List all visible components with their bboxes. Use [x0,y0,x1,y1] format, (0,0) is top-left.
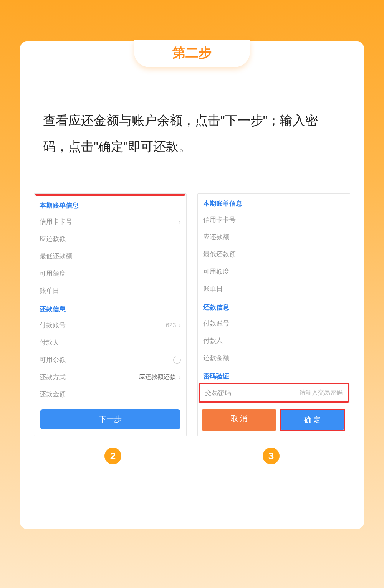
label-pay-account: 付款账号 [40,321,66,330]
label-min-due: 最低还款额 [40,252,72,261]
confirm-highlight: 确 定 [280,409,345,431]
cancel-button[interactable]: 取 消 [202,409,276,431]
row-payer: 付款人 [34,334,186,351]
step-card: 第二步 查看应还金额与账户余额，点击"下一步"；输入密码，点击"确定"即可还款。… [20,41,364,529]
button-row: 取 消 确 定 [198,403,350,436]
label-bill-date: 账单日 [203,284,223,293]
label-min-due: 最低还款额 [203,250,236,259]
value-pay-account: 623 [166,322,176,329]
row-pay-account[interactable]: 付款账号 623 › [34,317,186,334]
label-payer: 付款人 [203,336,223,345]
label-bill-date: 账单日 [40,286,59,295]
badge-3: 3 [263,448,280,464]
next-button[interactable]: 下一步 [40,409,180,429]
row-credit-limit: 可用额度 [198,263,350,280]
label-available-balance: 可用余额 [40,355,66,364]
screenshots-row: 为本人信用卡还款 为他人信用卡还款 本期账单信息 信用卡卡号 › 应还款额 最低… [20,160,364,436]
section-password-verify: 密码验证 [198,367,350,384]
label-pay-account: 付款账号 [203,319,229,328]
label-password: 交易密码 [205,388,231,397]
row-bill-date: 账单日 [34,282,186,299]
button-row: 下一步 [34,403,186,436]
confirm-button[interactable]: 确 定 [281,410,344,430]
row-payer: 付款人 [198,332,350,349]
label-repay-amount: 还款金额 [40,390,66,399]
row-available-balance: 可用余额 [34,351,186,368]
password-placeholder: 请输入交易密码 [300,389,343,397]
label-payer: 付款人 [40,338,59,347]
row-card-number[interactable]: 信用卡卡号 › [34,213,186,230]
phone-screenshot-3: 本期账单信息 信用卡卡号 应还款额 最低还款额 可用额度 账单日 还款信息 付款… [197,193,350,436]
section-repay-info: 还款信息 [198,297,350,315]
label-card-number: 信用卡卡号 [203,215,236,224]
row-min-due: 最低还款额 [198,246,350,263]
step-title-tab: 第二步 [134,40,250,67]
row-due-amount: 应还款额 [34,230,186,248]
row-min-due: 最低还款额 [34,248,186,265]
section-bill-info: 本期账单信息 [198,194,350,211]
chevron-right-icon: › [178,321,181,330]
row-repay-method[interactable]: 还款方式 应还款额还款 › [34,368,186,386]
refresh-icon[interactable] [172,355,182,365]
label-repay-method: 还款方式 [40,373,66,382]
row-card-number: 信用卡卡号 [198,211,350,228]
label-credit-limit: 可用额度 [203,267,229,276]
label-due-amount: 应还款额 [203,233,229,241]
value-repay-method: 应还款额还款 [139,373,176,381]
row-repay-amount: 还款金额 [198,349,350,367]
section-repay-info: 还款信息 [34,299,186,317]
label-card-number: 信用卡卡号 [40,217,72,226]
row-due-amount: 应还款额 [198,228,350,246]
section-bill-info: 本期账单信息 [34,196,186,213]
password-highlight: 交易密码 请输入交易密码 [199,383,349,403]
row-bill-date: 账单日 [198,280,350,297]
chevron-right-icon: › [178,373,181,382]
step-badges: 2 3 [20,436,364,464]
label-repay-amount: 还款金额 [203,353,229,362]
phone-screenshot-2: 为本人信用卡还款 为他人信用卡还款 本期账单信息 信用卡卡号 › 应还款额 最低… [34,193,187,436]
row-password[interactable]: 交易密码 请输入交易密码 [200,384,348,401]
label-due-amount: 应还款额 [40,235,66,243]
badge-2: 2 [104,448,121,464]
row-credit-limit: 可用额度 [34,265,186,282]
chevron-right-icon: › [178,217,181,226]
label-credit-limit: 可用额度 [40,269,66,278]
row-repay-amount: 还款金额 [34,386,186,403]
row-pay-account: 付款账号 [198,315,350,332]
